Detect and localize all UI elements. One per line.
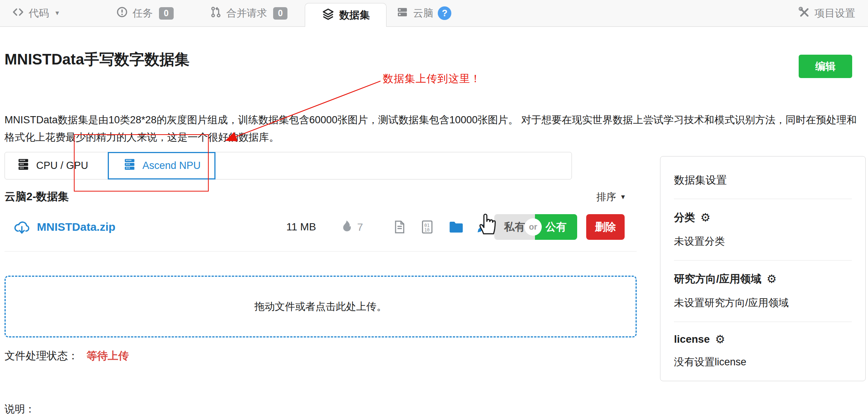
- sort-label: 排序: [596, 190, 616, 204]
- sort-dropdown[interactable]: 排序 ▼: [596, 190, 626, 204]
- pull-request-icon: [210, 6, 222, 21]
- annotation-note: 数据集上传到这里！: [383, 72, 481, 86]
- cloud-download-icon: [13, 218, 31, 236]
- row-divider: [5, 251, 637, 251]
- tab-ascend-npu-label: Ascend NPU: [142, 160, 201, 172]
- dataset-file-link[interactable]: MNISTData.zip: [37, 221, 115, 233]
- tab-ascend-npu[interactable]: Ascend NPU: [108, 152, 215, 179]
- nav-project-settings[interactable]: 项目设置: [798, 6, 855, 21]
- gear-icon[interactable]: ⚙: [700, 212, 711, 223]
- server-icon: [396, 6, 408, 21]
- pulls-count-badge: 0: [273, 7, 288, 20]
- edit-button[interactable]: 编辑: [799, 55, 852, 78]
- delete-button[interactable]: 删除: [586, 214, 625, 240]
- sidebar-section-license: license ⚙ 没有设置license: [660, 322, 865, 381]
- environment-tab-bar: CPU / GPU Ascend NPU: [5, 152, 572, 179]
- repo-tab-bar: 代码 ▼ 任务 0 合并请求 0 数据集: [0, 0, 868, 27]
- folder-icon[interactable]: [448, 219, 464, 235]
- gear-icon[interactable]: ⚙: [715, 334, 725, 345]
- nav-cloudbrain-label: 云脑: [413, 6, 433, 20]
- nav-issues[interactable]: 任务 0: [116, 6, 174, 21]
- issues-count-badge: 0: [159, 7, 174, 20]
- delete-button-wrap: 删除: [586, 214, 625, 240]
- dataset-description: MNISTData数据集是由10类28*28的灰度图片组成，训练数据集包含600…: [5, 111, 864, 146]
- tab-cpu-gpu-label: CPU / GPU: [36, 160, 88, 172]
- license-label: license: [674, 333, 710, 345]
- tools-icon: [798, 6, 810, 21]
- download-stat: 7: [341, 219, 363, 235]
- notes-heading: 说明：: [5, 401, 868, 414]
- flame-icon: [341, 219, 353, 235]
- download-count: 7: [357, 221, 363, 233]
- dataset-settings-card: 数据集设置 分类 ⚙ 未设置分类 研究方向/应用领域 ⚙ 未设置研究方向/应用领…: [660, 156, 866, 381]
- binary-file-icon[interactable]: 01 10: [420, 219, 435, 235]
- license-value: 没有设置license: [674, 355, 852, 369]
- dataset-list-header: 云脑2-数据集 排序 ▼: [5, 189, 637, 204]
- sidebar-title: 数据集设置: [660, 156, 865, 199]
- chevron-down-icon: ▼: [54, 10, 60, 17]
- nav-settings-label: 项目设置: [815, 6, 855, 20]
- sidebar-section-research: 研究方向/应用领域 ⚙ 未设置研究方向/应用领域: [660, 261, 865, 322]
- gear-icon[interactable]: ⚙: [767, 273, 777, 285]
- nav-pulls[interactable]: 合并请求 0: [210, 6, 288, 21]
- nav-pulls-label: 合并请求: [226, 6, 267, 20]
- nav-issues-label: 任务: [133, 6, 153, 20]
- server-rack-icon: [122, 157, 137, 174]
- research-label: 研究方向/应用领域: [674, 272, 761, 286]
- sidebar-section-category: 分类 ⚙ 未设置分类: [660, 199, 865, 260]
- layers-icon: [322, 8, 335, 23]
- dataset-list-title: 云脑2-数据集: [5, 189, 69, 204]
- nav-datasets-active-tab[interactable]: 数据集: [305, 3, 387, 27]
- research-value: 未设置研究方向/应用领域: [674, 296, 852, 310]
- nav-code[interactable]: 代码 ▼: [12, 6, 60, 21]
- or-separator: or: [524, 218, 542, 236]
- nav-datasets-label: 数据集: [339, 8, 370, 22]
- code-icon: [12, 6, 24, 21]
- visibility-toggle: 私有 公有 or: [494, 214, 577, 240]
- category-label: 分类: [674, 210, 695, 225]
- dataset-file-row: MNISTData.zip 11 MB 7 01 10: [5, 213, 637, 241]
- file-size: 11 MB: [286, 221, 316, 233]
- edit-pencil-icon[interactable]: [475, 219, 491, 235]
- category-value: 未设置分类: [674, 235, 852, 248]
- svg-text:10: 10: [424, 227, 429, 233]
- chevron-down-icon: ▼: [620, 193, 626, 201]
- tab-cpu-gpu[interactable]: CPU / GPU: [5, 152, 105, 179]
- server-rack-icon: [16, 157, 31, 174]
- upload-dropzone[interactable]: 拖动文件或者点击此处上传。: [5, 276, 637, 337]
- file-info-icon[interactable]: [392, 219, 407, 235]
- nav-cloudbrain[interactable]: 云脑 ?: [396, 6, 451, 21]
- issue-icon: [116, 6, 128, 21]
- help-icon[interactable]: ?: [438, 6, 451, 20]
- file-status-label: 文件处理状态：: [5, 350, 78, 362]
- file-status-value: 等待上传: [87, 350, 129, 362]
- page-title: MNISTData手写数字数据集: [5, 50, 189, 68]
- nav-code-label: 代码: [29, 6, 49, 20]
